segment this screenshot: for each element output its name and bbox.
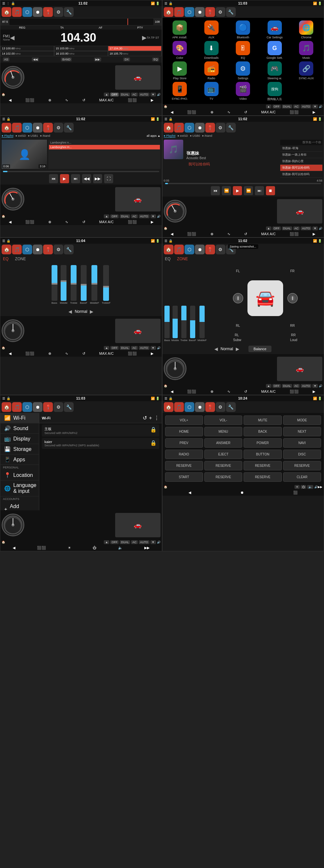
music-usb0-tab[interactable]: ● USB0	[190, 134, 200, 138]
down-arrow-p6[interactable]: ▼	[312, 384, 318, 388]
app-bluetooth[interactable]: 🔵 Bluetooth	[228, 21, 258, 39]
app-music[interactable]: 🎵 Music	[292, 41, 321, 59]
ac-btn-p5[interactable]: AC	[131, 346, 138, 350]
home-app-icon-p7[interactable]: 🏠	[2, 402, 11, 412]
dual-btn-p1[interactable]: DUAL	[120, 93, 130, 96]
eq-handle-middle[interactable]	[61, 280, 67, 282]
app-syncpho[interactable]: 📱 SYNC-PHO.	[165, 82, 195, 101]
down-arrow-p7[interactable]: ▼	[150, 540, 156, 544]
remote-reserve6[interactable]: RESERVE	[244, 472, 282, 482]
band-btn[interactable]: BAND	[61, 58, 72, 61]
inand-tab[interactable]: ● iNand	[40, 134, 50, 138]
vol-small-p8[interactable]: 🔈	[307, 485, 313, 489]
record-icon-p2[interactable]: ⏺	[195, 7, 205, 17]
home-btn-p8[interactable]: 🏠	[164, 485, 167, 489]
app-syncaux[interactable]: 🔗 SYNC-AUX	[292, 61, 321, 80]
music-ffwd-btn[interactable]: ⏭	[255, 186, 264, 195]
zone-preset-prev[interactable]: ◀	[214, 346, 218, 351]
remote-prev[interactable]: PREV	[165, 438, 203, 447]
auto-btn-p5[interactable]: AUTO	[139, 346, 149, 350]
record-icon-p4[interactable]: ⏺	[195, 123, 205, 132]
remote-volup[interactable]: VOL+	[165, 415, 203, 425]
off-btn-p3[interactable]: OFF	[110, 214, 119, 218]
fullscreen-btn[interactable]: ⛶	[104, 174, 113, 183]
eq-handle-treble[interactable]	[71, 283, 76, 285]
app-eq[interactable]: 🎚 EQ	[228, 41, 258, 59]
home-circle-p8[interactable]: ⏺	[240, 491, 244, 495]
bluetooth-icon[interactable]: ⬡	[23, 7, 32, 17]
vol-icon-p1[interactable]: 🔊	[157, 93, 160, 96]
ac-btn-p4[interactable]: AC	[293, 226, 300, 230]
vol-icon-p6[interactable]: 🔊	[319, 384, 322, 388]
music-icon-p6[interactable]: 🎵	[174, 245, 184, 254]
freq-cell-14[interactable]: 14102.00MHz	[0, 51, 54, 56]
auto-btn-p2[interactable]: AUTO	[301, 104, 311, 108]
dx-btn[interactable]: DX	[123, 58, 130, 61]
remote-reserve3[interactable]: RESERVE	[244, 461, 282, 470]
phone-icon-p5[interactable]: 📍	[43, 245, 53, 254]
vol-icon-p3[interactable]: 🔊	[157, 215, 160, 218]
nav-fwd-p7[interactable]: ▶▶	[144, 546, 149, 550]
home-btn-p4[interactable]: 🏠	[164, 227, 167, 230]
remote-radio[interactable]: RADIO	[165, 450, 203, 459]
settings-app-icon-p2[interactable]: ⚙	[216, 7, 225, 17]
music-rewind-btn[interactable]: ⏮	[211, 186, 220, 195]
ac-btn-p3[interactable]: AC	[131, 214, 138, 218]
nav-square-p8[interactable]: ⬛	[293, 491, 298, 495]
next-next-btn[interactable]: ▶▶	[94, 58, 101, 61]
prev-prev-btn[interactable]: ◀◀	[32, 58, 39, 61]
phone-icon-p4[interactable]: 📍	[205, 123, 215, 132]
down-arrow-p2[interactable]: ▼	[312, 104, 318, 108]
home-app-icon[interactable]: 🏠	[2, 7, 11, 17]
remote-power[interactable]: POWER	[244, 438, 282, 447]
fl-knob[interactable]	[233, 293, 243, 303]
music-icon-p8[interactable]: 🎵	[174, 402, 184, 412]
freq-cell-17[interactable]: 17104.30MHz	[108, 46, 162, 51]
bluetooth-icon-p4[interactable]: ⬡	[184, 123, 194, 132]
home-btn-p6[interactable]: 🏠	[164, 384, 167, 388]
remote-menu[interactable]: MENU	[204, 427, 242, 436]
nav-back-p8[interactable]: ◀	[188, 491, 191, 495]
music-icon-p7[interactable]: 🎵	[12, 402, 22, 412]
up-arrow-p6[interactable]: ▲	[266, 384, 272, 388]
phone-icon-p2[interactable]: 📍	[205, 7, 215, 17]
home-btn-p3[interactable]: 🏠	[2, 215, 5, 218]
music-icon-p4[interactable]: 🎵	[174, 123, 184, 132]
settings-app-icon-p7[interactable]: ⚙	[53, 402, 63, 412]
as-btn[interactable]: AS	[3, 58, 9, 61]
gear-icon-p3[interactable]: 🔧	[64, 123, 74, 132]
settings-app-icon-p3[interactable]: ⚙	[53, 123, 63, 132]
freq-cell-13[interactable]: 13100.60MHz	[0, 46, 54, 51]
record-icon-p5[interactable]: ⏺	[33, 245, 42, 254]
cn-item-4[interactable]: 张惠妹-我可以给你吗	[280, 165, 322, 171]
nav-back-p6[interactable]: ◀	[171, 390, 173, 394]
nav-fwd-p4[interactable]: ▶	[313, 232, 315, 236]
ac-btn-p7[interactable]: AC	[131, 540, 138, 544]
freq-cell-18[interactable]: 18105.70MHz	[108, 51, 162, 56]
record-icon[interactable]: ⏺	[33, 7, 42, 17]
nav-fwd-p5[interactable]: ▶	[151, 351, 153, 356]
settings-storage-item[interactable]: 💾 Storage	[0, 444, 39, 455]
remote-next[interactable]: NEXT	[283, 427, 321, 436]
eq-tab-zone[interactable]: ZONE	[15, 257, 26, 261]
app-video[interactable]: 🎬 Video	[228, 82, 258, 101]
down-arrow-p3[interactable]: ▼	[150, 214, 156, 218]
app-carsettings[interactable]: 🚗 Car Settings	[260, 21, 290, 39]
app-playstore[interactable]: ▶ Play Store	[165, 61, 195, 80]
auto-btn-p3[interactable]: AUTO	[139, 214, 149, 218]
up-arrow-p4[interactable]: ▲	[266, 226, 272, 230]
down-arrow-p1[interactable]: ▼	[150, 93, 156, 96]
music-extsd-tab[interactable]: ● extSD	[177, 134, 188, 138]
bluetooth-icon-p2[interactable]: ⬡	[184, 7, 194, 17]
balance-btn[interactable]: Balance	[248, 346, 272, 352]
bluetooth-icon-p8[interactable]: ⬡	[184, 402, 194, 412]
music-inand-tab[interactable]: ● iNand	[202, 134, 212, 138]
settings-wifi-item[interactable]: 📶 Wi-Fi	[0, 413, 39, 423]
record-icon-p7[interactable]: ⏺	[33, 402, 42, 412]
music-prev-btn[interactable]: ⏪	[222, 186, 231, 195]
home-btn-p7[interactable]: 🏠	[2, 540, 5, 544]
app-tv[interactable]: 📺 TV	[196, 82, 226, 101]
step-fwd-btn[interactable]: ▶▶	[93, 174, 102, 183]
remote-reserve5[interactable]: RESERVE	[204, 472, 242, 482]
remote-answer[interactable]: ANSWER	[204, 438, 242, 447]
